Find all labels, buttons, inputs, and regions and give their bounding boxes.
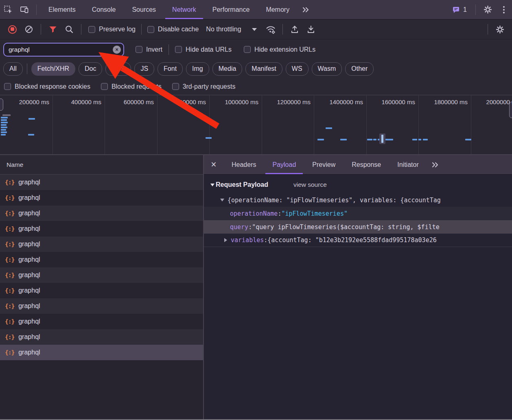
- preserve-log-checkbox[interactable]: Preserve log: [88, 26, 136, 33]
- import-har-button[interactable]: [287, 25, 303, 34]
- tab-performance[interactable]: Performance: [204, 0, 258, 19]
- timeline-tick-label: 800000 ms: [156, 98, 206, 105]
- more-tabs-button[interactable]: [298, 0, 314, 19]
- detail-tab-response[interactable]: Response: [344, 155, 389, 174]
- table-row[interactable]: {:}graphql: [0, 298, 203, 314]
- table-row[interactable]: {:}graphql: [0, 267, 203, 283]
- clear-network-log-button[interactable]: [21, 25, 37, 34]
- name-column-header[interactable]: Name: [0, 155, 203, 175]
- checkbox-box: [88, 26, 95, 33]
- payload-summary-row[interactable]: {operationName: "ipFlowTimeseries", vari…: [204, 193, 512, 207]
- tab-console[interactable]: Console: [84, 0, 124, 19]
- hide-extension-urls-checkbox[interactable]: Hide extension URLs: [244, 46, 315, 53]
- record-network-log-button[interactable]: [8, 25, 17, 34]
- tab-elements[interactable]: Elements: [40, 0, 84, 19]
- chip-media[interactable]: Media: [212, 62, 243, 76]
- json-braces-icon: {:}: [5, 334, 14, 340]
- table-row[interactable]: {:}graphql: [0, 236, 203, 252]
- chevron-double-right-icon: [301, 5, 310, 14]
- tab-memory[interactable]: Memory: [258, 0, 298, 19]
- timeline-activity-bar: [1, 129, 6, 131]
- chip-ws[interactable]: WS: [286, 62, 309, 76]
- chip-manifest[interactable]: Manifest: [245, 62, 282, 76]
- network-filter-row: × Invert Hide data URLs Hide extension U…: [0, 39, 512, 59]
- timeline-tick-label: 1800000 ms: [418, 98, 468, 105]
- chip-fetch-xhr[interactable]: Fetch/XHR: [31, 62, 75, 76]
- blocked-requests-label: Blocked requests: [112, 83, 162, 90]
- more-options-button[interactable]: [496, 0, 512, 19]
- disable-cache-checkbox[interactable]: Disable cache: [147, 26, 199, 33]
- close-detail-button[interactable]: ×: [204, 155, 223, 174]
- issues-button[interactable]: 1: [447, 0, 472, 19]
- hide-data-urls-checkbox[interactable]: Hide data URLs: [175, 46, 232, 53]
- table-row[interactable]: {:}graphql: [0, 206, 203, 221]
- overview-timeline[interactable]: 200000 ms400000 ms600000 ms800000 ms1000…: [0, 95, 512, 155]
- filter-toggle-button[interactable]: [45, 26, 61, 33]
- checkbox-box: [136, 46, 142, 53]
- chip-wasm[interactable]: Wasm: [312, 62, 342, 76]
- json-braces-icon: {:}: [5, 241, 14, 247]
- checkbox-box: [172, 83, 179, 90]
- request-name: graphql: [18, 179, 40, 186]
- timeline-tick-label: 1400000 ms: [313, 98, 363, 105]
- request-payload-section-header[interactable]: Request Payload view source: [204, 176, 512, 193]
- more-detail-tabs-button[interactable]: [427, 155, 443, 174]
- third-party-requests-checkbox[interactable]: 3rd-party requests: [172, 83, 236, 90]
- throttling-value: No throttling: [206, 26, 241, 33]
- network-settings-button[interactable]: [492, 25, 508, 34]
- payload-key: query: [230, 223, 248, 231]
- preserve-log-label: Preserve log: [99, 26, 136, 33]
- settings-button[interactable]: [479, 0, 496, 19]
- chip-js[interactable]: JS: [134, 62, 154, 76]
- table-row[interactable]: {:}graphql: [0, 345, 203, 360]
- clear-filter-button[interactable]: ×: [113, 46, 121, 54]
- table-row[interactable]: {:}graphql: [0, 175, 203, 190]
- view-source-link[interactable]: view source: [293, 181, 327, 188]
- search-network-button[interactable]: [61, 25, 77, 34]
- throttling-select[interactable]: No throttling: [206, 26, 256, 33]
- chip-doc[interactable]: Doc: [79, 62, 102, 76]
- device-toolbar-button[interactable]: [16, 0, 33, 19]
- blocked-response-cookies-checkbox[interactable]: Blocked response cookies: [4, 83, 90, 90]
- payload-row-query[interactable]: query: "query ipFlowTimeseries($accountT…: [204, 220, 512, 234]
- timeline-activity-bar: [1, 122, 8, 123]
- json-braces-icon: {:}: [5, 256, 14, 263]
- toolbar-separator: [27, 63, 27, 74]
- table-row[interactable]: {:}graphql: [0, 283, 203, 298]
- table-row[interactable]: {:}graphql: [0, 329, 203, 345]
- detail-tab-preview[interactable]: Preview: [304, 155, 344, 174]
- blocked-requests-checkbox[interactable]: Blocked requests: [101, 83, 162, 90]
- table-row[interactable]: {:}graphql: [0, 252, 203, 267]
- chip-css[interactable]: CSS: [105, 62, 131, 76]
- filter-input[interactable]: [3, 43, 124, 57]
- upload-icon: [290, 25, 299, 34]
- timeline-tick-label: 400000 ms: [52, 98, 101, 105]
- payload-key: operationName: [230, 210, 278, 217]
- invert-checkbox[interactable]: Invert: [136, 46, 162, 53]
- detail-tab-headers[interactable]: Headers: [223, 155, 264, 174]
- detail-tab-initiator[interactable]: Initiator: [389, 155, 427, 174]
- chip-img[interactable]: Img: [186, 62, 209, 76]
- payload-panel: Request Payload view source {operationNa…: [204, 175, 512, 419]
- toolbar-separator: [488, 24, 488, 35]
- tab-network[interactable]: Network: [164, 0, 204, 19]
- inspect-element-button[interactable]: [0, 0, 16, 19]
- payload-row-variables[interactable]: variables: {accountTag: "b12e3b2192ee558…: [204, 234, 512, 247]
- network-conditions-button[interactable]: [263, 24, 279, 34]
- request-name: graphql: [18, 225, 40, 232]
- chip-other[interactable]: Other: [345, 62, 374, 76]
- table-row[interactable]: {:}graphql: [0, 221, 203, 236]
- timeline-activity-bar: [326, 127, 332, 129]
- checkbox-box: [244, 46, 251, 53]
- timeline-activity-bar: [28, 118, 35, 120]
- payload-row-operation-name[interactable]: operationName: "ipFlowTimeseries": [204, 207, 512, 220]
- table-row[interactable]: {:}graphql: [0, 314, 203, 329]
- table-row[interactable]: {:}graphql: [0, 190, 203, 206]
- chip-all[interactable]: All: [3, 62, 23, 76]
- chip-font[interactable]: Font: [158, 62, 183, 76]
- tab-sources[interactable]: Sources: [124, 0, 164, 19]
- request-detail-pane: × HeadersPayloadPreviewResponseInitiator…: [204, 155, 512, 419]
- gear-icon: [495, 25, 505, 34]
- export-har-button[interactable]: [303, 25, 319, 34]
- detail-tab-payload[interactable]: Payload: [264, 155, 304, 174]
